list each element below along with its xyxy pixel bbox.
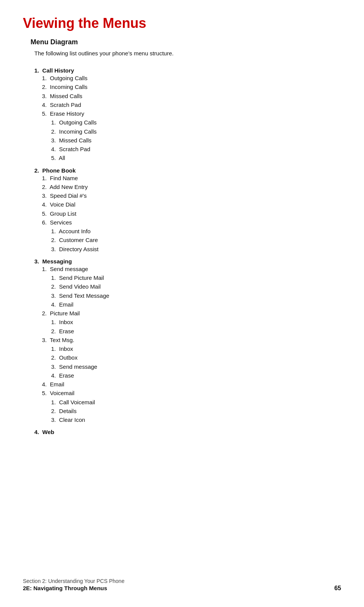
list-item: 6. Services1. Account Info2. Customer Ca… xyxy=(42,218,341,253)
sub-list: 1. Find Name2. Add New Entry3. Speed Dia… xyxy=(42,174,341,253)
list-item: 2. Incoming Calls xyxy=(42,82,341,91)
top-item-label: 1. Call History xyxy=(34,67,341,74)
sub-sub-list: 1. Account Info2. Customer Care3. Direct… xyxy=(51,227,341,253)
page-title: Viewing the Menus xyxy=(23,15,341,31)
sub-list: 1. Send message1. Send Picture Mail2. Se… xyxy=(42,265,341,425)
list-item: 4. Email xyxy=(51,300,341,309)
list-item: 4. Voice Dial xyxy=(42,200,341,209)
top-item-label: 4. Web xyxy=(34,429,341,435)
list-item: 2. Outbox xyxy=(51,353,341,362)
sub-sub-list: 1. Call Voicemail2. Details3. Clear Icon xyxy=(51,398,341,425)
list-item: 1. Account Info xyxy=(51,227,341,236)
top-item-label: 3. Messaging xyxy=(34,258,341,265)
list-item: 3. Send message xyxy=(51,362,341,371)
top-menu-item: 1. Call History1. Outgoing Calls2. Incom… xyxy=(34,67,341,163)
list-item: 1. Outgoing Calls xyxy=(51,118,341,127)
list-item: 5. Voicemail1. Call Voicemail2. Details3… xyxy=(42,389,341,424)
top-menu-item: 4. Web xyxy=(34,429,341,435)
list-item: 3. Clear Icon xyxy=(51,415,341,424)
sub-list: 1. Outgoing Calls2. Incoming Calls3. Mis… xyxy=(42,74,341,163)
menu-list: 1. Call History1. Outgoing Calls2. Incom… xyxy=(34,67,341,435)
list-item: 4. Scratch Pad xyxy=(42,100,341,109)
list-item: 1. Find Name xyxy=(42,174,341,182)
sub-sub-list: 1. Inbox2. Erase xyxy=(51,318,341,336)
list-item: 3. Send Text Message xyxy=(51,291,341,300)
list-item: 3. Missed Calls xyxy=(42,92,341,100)
footer-section: Section 2: Understanding Your PCS Phone xyxy=(23,578,341,584)
list-item: 3. Speed Dial #’s xyxy=(42,191,341,200)
list-item: 1. Outgoing Calls xyxy=(42,74,341,82)
footer-nav-label: 2E: Navigating Through Menus xyxy=(23,585,107,591)
footer-bottom: 2E: Navigating Through Menus 65 xyxy=(23,585,341,592)
sub-sub-list: 1. Inbox2. Outbox3. Send message4. Erase xyxy=(51,344,341,380)
footer: Section 2: Understanding Your PCS Phone … xyxy=(23,578,341,592)
list-item: 2. Details xyxy=(51,407,341,415)
section-heading: Menu Diagram xyxy=(31,38,341,46)
list-item: 4. Email xyxy=(42,380,341,389)
list-item: 5. Erase History1. Outgoing Calls2. Inco… xyxy=(42,109,341,163)
list-item: 3. Missed Calls xyxy=(51,136,341,145)
list-item: 1. Send Picture Mail xyxy=(51,273,341,282)
list-item: 2. Picture Mail1. Inbox2. Erase xyxy=(42,309,341,336)
list-item: 2. Add New Entry xyxy=(42,182,341,191)
list-item: 1. Inbox xyxy=(51,344,341,353)
list-item: 1. Inbox xyxy=(51,318,341,326)
sub-sub-list: 1. Send Picture Mail2. Send Video Mail3.… xyxy=(51,273,341,309)
list-item: 5. Group List xyxy=(42,209,341,218)
intro-text: The following list outlines your phone’s… xyxy=(34,50,341,57)
footer-page-number: 65 xyxy=(334,585,341,592)
top-item-label: 2. Phone Book xyxy=(34,167,341,174)
list-item: 2. Customer Care xyxy=(51,236,341,244)
list-item: 2. Erase xyxy=(51,327,341,336)
list-item: 4. Scratch Pad xyxy=(51,145,341,153)
sub-sub-list: 1. Outgoing Calls2. Incoming Calls3. Mis… xyxy=(51,118,341,162)
list-item: 1. Call Voicemail xyxy=(51,398,341,407)
list-item: 3. Directory Assist xyxy=(51,245,341,253)
list-item: 2. Send Video Mail xyxy=(51,282,341,291)
list-item: 3. Text Msg.1. Inbox2. Outbox3. Send mes… xyxy=(42,336,341,380)
top-menu-item: 3. Messaging1. Send message1. Send Pictu… xyxy=(34,258,341,425)
list-item: 1. Send message1. Send Picture Mail2. Se… xyxy=(42,265,341,309)
list-item: 5. All xyxy=(51,153,341,162)
top-menu-item: 2. Phone Book1. Find Name2. Add New Entr… xyxy=(34,167,341,253)
list-item: 4. Erase xyxy=(51,371,341,380)
list-item: 2. Incoming Calls xyxy=(51,127,341,136)
